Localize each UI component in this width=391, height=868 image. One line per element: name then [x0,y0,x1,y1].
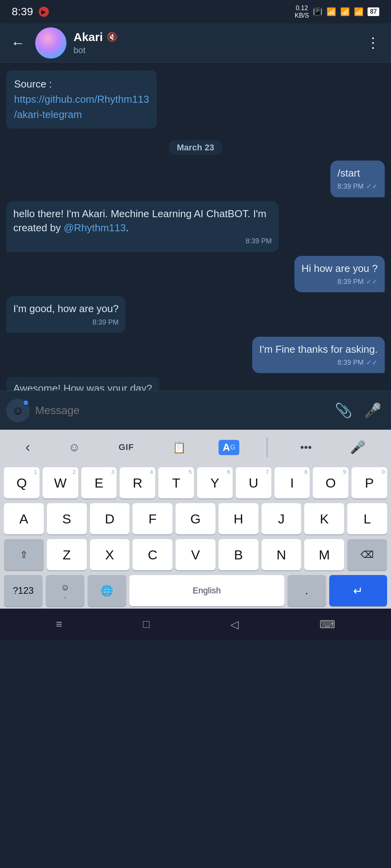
key-m[interactable]: M [304,539,344,570]
space-key[interactable]: English [129,575,284,606]
bubble-meta: 8:39 PM ✓✓ [337,182,378,191]
key-u[interactable]: 7U [236,467,271,498]
key-z[interactable]: Z [47,539,87,570]
wifi-icon: 📶 [326,7,336,16]
chat-area: Source : https://github.com/Rhythm113/ak… [0,63,391,391]
key-q[interactable]: 1Q [4,467,39,498]
message-input[interactable] [35,404,326,417]
message-row: /start 8:39 PM ✓✓ [6,161,385,197]
record-icon: ▶ [39,7,49,17]
bubble-meta: 8:39 PM [13,236,272,246]
key-g[interactable]: G [176,503,215,534]
header-info: Akari 🔇 bot [74,30,356,55]
keyboard: 1Q 2W 3E 4R 5T 6Y 7U 8I 9O 0P A S D F G … [0,465,391,609]
delete-key[interactable]: ⌫ [347,539,387,570]
message-input-bar: ☺ 📎 🎤 [0,391,391,430]
message-row: I'm Fine thanks for asking. 8:39 PM ✓✓ [6,337,385,373]
read-receipt: ✓✓ [366,277,378,287]
bottom-nav: ≡ □ ◁ ⌨ [0,609,391,640]
key-i[interactable]: 8I [274,467,310,498]
key-j[interactable]: J [262,503,301,534]
message-time: 8:39 PM [337,182,364,191]
source-link[interactable]: https://github.com/Rhythm113/akari-teleg… [14,93,149,120]
message-time: 8:39 PM [92,318,118,327]
enter-key[interactable]: ↵ [329,575,387,606]
key-b[interactable]: B [219,539,258,570]
key-d[interactable]: D [90,503,130,534]
shift-key[interactable]: ⇧ [4,539,44,570]
more-options-button[interactable]: ⋮ [363,32,383,54]
partial-message-bubble: Awesome! How was your day? [6,377,159,391]
menu-nav-button[interactable]: ≡ [48,614,70,634]
clipboard-toolbar-button[interactable]: 📋 [167,438,192,457]
more-toolbar-button[interactable]: ••• [295,438,317,457]
message-text: /start [337,167,360,179]
status-time: 8:39 [12,5,33,18]
read-receipt: ✓✓ [366,358,378,368]
key-k[interactable]: K [304,503,344,534]
gif-toolbar-button[interactable]: GIF [113,439,140,455]
key-s[interactable]: S [47,503,87,534]
mic-toolbar-button[interactable]: 🎤 [344,437,371,458]
avatar[interactable] [35,27,66,59]
key-n[interactable]: N [262,539,301,570]
key-e[interactable]: 3E [81,467,117,498]
keyboard-toolbar: ‹ ☺ GIF 📋 AG ••• 🎤 [0,430,391,465]
voice-message-button[interactable]: 🎤 [361,399,385,422]
message-bubble-outgoing: I'm Fine thanks for asking. 8:39 PM ✓✓ [252,337,385,373]
mute-icon: 🔇 [107,32,117,42]
keyboard-row-2: A S D F G H J K L [0,501,391,537]
period-key[interactable]: . [287,575,326,606]
message-row: Awesome! How was your day? [6,377,385,391]
avatar-image [35,27,66,59]
key-f[interactable]: F [133,503,172,534]
key-w[interactable]: 2W [43,467,78,498]
date-separator: March 23 [6,143,385,153]
message-row: I'm good, how are you? 8:39 PM [6,296,385,333]
status-icons: 0.12KB/S 📳 📶 📶 📶 87 [295,4,379,19]
emoji-button[interactable]: ☺ [6,399,30,422]
emoji-toolbar-button[interactable]: ☺ [63,438,86,457]
chat-header: ← Akari 🔇 bot ⋮ [0,23,391,63]
message-text: I'm good, how are you? [13,303,118,314]
numbers-key[interactable]: ?123 [4,575,43,606]
key-y[interactable]: 6Y [197,467,233,498]
key-t[interactable]: 5T [158,467,194,498]
message-row: Source : https://github.com/Rhythm113/ak… [6,70,385,135]
key-p[interactable]: 0P [352,467,387,498]
globe-key[interactable]: 🌐 [88,575,126,606]
source-bubble: Source : https://github.com/Rhythm113/ak… [6,70,157,129]
message-text: Hi how are you ? [301,263,378,274]
emoji-notification-dot [23,400,29,406]
attach-button[interactable]: 📎 [332,399,355,422]
key-r[interactable]: 4R [120,467,155,498]
bubble-meta: 8:39 PM ✓✓ [259,358,378,368]
back-button[interactable]: ← [8,32,28,54]
message-bubble-outgoing: /start 8:39 PM ✓✓ [330,161,385,197]
message-text: hello there! I'm Akari. Mechine Learning… [13,208,266,234]
message-bubble-incoming: I'm good, how are you? 8:39 PM [6,296,126,333]
translate-toolbar-button[interactable]: AG [219,440,239,455]
home-nav-button[interactable]: □ [135,614,158,634]
key-l[interactable]: L [347,503,387,534]
emoji-key[interactable]: ☺, [46,575,84,606]
message-time: 8:39 PM [337,277,364,287]
toolbar-divider [267,438,267,457]
message-row: Hi how are you ? 8:39 PM ✓✓ [6,256,385,293]
keyboard-back-button[interactable]: ‹ [20,436,36,459]
key-o[interactable]: 9O [313,467,348,498]
message-bubble-outgoing: Hi how are you ? 8:39 PM ✓✓ [294,256,385,293]
key-h[interactable]: H [219,503,258,534]
message-row: hello there! I'm Akari. Mechine Learning… [6,201,385,252]
back-nav-button[interactable]: ◁ [222,614,247,635]
keyboard-nav-button[interactable]: ⌨ [312,614,343,635]
partial-message-text: Awesome! How was your day? [13,382,152,391]
key-c[interactable]: C [133,539,172,570]
keyboard-row-4: ?123 ☺, 🌐 English . ↵ [0,573,391,609]
key-v[interactable]: V [176,539,215,570]
bubble-meta: 8:39 PM ✓✓ [301,277,378,287]
keyboard-row-3: ⇧ Z X C V B N M ⌫ [0,537,391,573]
read-receipt: ✓✓ [366,182,378,191]
key-x[interactable]: X [90,539,130,570]
key-a[interactable]: A [4,503,44,534]
